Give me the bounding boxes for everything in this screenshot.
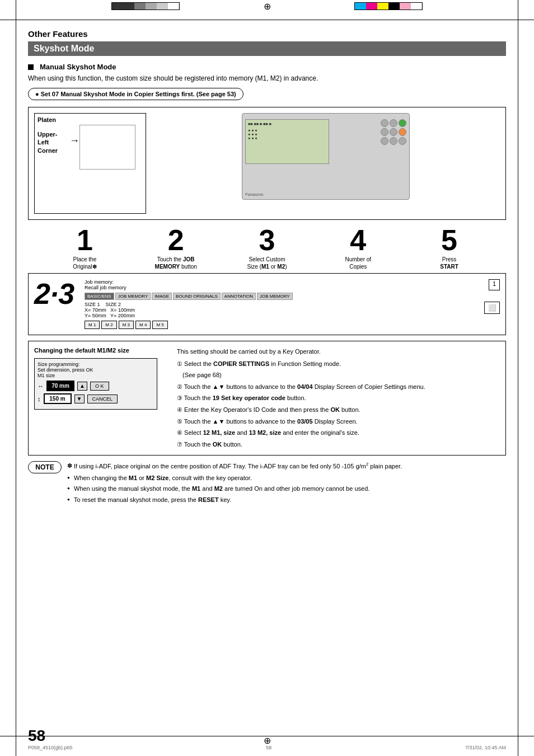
mem-btn-m5[interactable]: M 5 bbox=[152, 321, 167, 329]
upper-left-label: Upper- Left Corner bbox=[38, 130, 58, 154]
copy-counter: 1 bbox=[489, 279, 500, 290]
screen-tabs: BASIC/ENS JOB MEMORY IMAGE BOUND ORIGINA… bbox=[85, 293, 500, 300]
note-asterisk: If using i-ADF, place original on the ce… bbox=[67, 461, 402, 471]
y-input[interactable]: 150 m bbox=[44, 393, 72, 404]
tab-job-memory: JOB MEMORY bbox=[115, 293, 151, 300]
instruction-2: ② Touch the ▲▼ buttons to advance to the… bbox=[177, 382, 500, 392]
note-section: NOTE If using i-ADF, place original on t… bbox=[28, 461, 506, 506]
instruction-3: ③ Touch the 19 Set key operator code but… bbox=[177, 393, 500, 403]
device-buttons bbox=[381, 119, 406, 145]
screen-icon: ⬜ bbox=[484, 302, 500, 314]
bullet-icon bbox=[28, 64, 34, 70]
steps-container: Platen Upper- Left Corner → ■■ ■■ ■ ■■ ■… bbox=[28, 107, 506, 220]
instruction-7: ⑦ Touch the OK button. bbox=[177, 440, 500, 450]
step-5-block: 5 PressSTART bbox=[421, 226, 477, 270]
instruction-6: ⑥ Select 12 M1, size and 13 M2, size and… bbox=[177, 428, 500, 438]
mem-btn-m1[interactable]: M 1 bbox=[85, 321, 100, 329]
tab-annotation: ANNOTATION bbox=[222, 293, 256, 300]
step-2-desc: Touch the JOBMEMORY button bbox=[155, 256, 197, 270]
instruction-5: ⑤ Touch the ▲▼ buttons to advance to the… bbox=[177, 417, 500, 427]
dev-btn-6 bbox=[399, 128, 406, 136]
subsection-title: Manual Skyshot Mode bbox=[28, 63, 506, 71]
dev-btn-1 bbox=[381, 119, 388, 127]
ok-button[interactable]: O K bbox=[90, 382, 109, 391]
size-values: SIZE 1 SIZE 2 X= 70mm X= 100mm Y= 50mm Y… bbox=[85, 302, 135, 318]
dev-btn-3 bbox=[399, 119, 406, 127]
mem-btn-m2[interactable]: M 2 bbox=[101, 321, 116, 329]
footer-center: 58 bbox=[266, 745, 271, 750]
size-prog-header: Size programming: Set dimension, press O… bbox=[38, 361, 154, 378]
platen-label: Platen bbox=[38, 116, 56, 123]
mem-btn-m4[interactable]: M 4 bbox=[135, 321, 151, 329]
x-up-btn[interactable]: ▲ bbox=[77, 382, 87, 391]
settings-note-box: ● Set 07 Manual Skyshot Mode in Copier S… bbox=[28, 88, 243, 100]
section-header: Other Features bbox=[28, 29, 506, 39]
tab-bound: BOUND ORIGINALS bbox=[173, 293, 221, 300]
dev-btn-5 bbox=[390, 128, 397, 136]
footer-right: 7/31/02, 10:45 AM bbox=[465, 745, 506, 750]
grayscale-bar-left bbox=[111, 2, 180, 10]
dev-btn-8 bbox=[390, 137, 397, 145]
size-display: SIZE 1 SIZE 2 X= 70mm X= 100mm Y= 50mm Y… bbox=[85, 302, 500, 318]
note-content: If using i-ADF, place original on the ce… bbox=[67, 461, 402, 506]
step-3-desc: Select CustomSize (M1 or M2) bbox=[247, 256, 287, 270]
device-screen: ■■ ■■ ■ ■■ ■ ● ● ● ● ● ● ● ● ● bbox=[245, 119, 329, 164]
step-numbers-row: 1 Place the Original✽ 2 Touch the JOBMEM… bbox=[28, 226, 506, 270]
page-number: 58 bbox=[28, 727, 45, 745]
instruction-intro: This setting should be carried out by a … bbox=[177, 347, 500, 357]
screen-display-area: 2·3 Job memory: Recall job memory 1 BASI… bbox=[28, 273, 506, 335]
instruction-4: ④ Enter the Key Operator's ID Code and t… bbox=[177, 405, 500, 415]
dev-btn-9 bbox=[399, 137, 406, 145]
m1m2-instructions: This setting should be carried out by a … bbox=[177, 347, 500, 449]
note-bullet-2: When using the manual skyshot mode, the … bbox=[67, 484, 402, 494]
center-crosshair: ⊕ bbox=[264, 1, 271, 12]
section-title-bar: Skyshot Mode bbox=[28, 41, 506, 56]
instruction-1: ① Select the COPIER SETTINGS in Function… bbox=[177, 359, 500, 369]
note-bullet-3: To reset the manual skyshot mode, press … bbox=[67, 495, 402, 505]
size-prog-panel: Size programming: Set dimension, press O… bbox=[34, 358, 157, 410]
screen-panel-area: Job memory: Recall job memory 1 BASIC/EN… bbox=[85, 279, 500, 329]
footer: P058_4510(gb).p65 58 7/31/02, 10:45 AM bbox=[28, 745, 506, 750]
y-dimension-row: ↕ 150 m ▼ CANCEL bbox=[38, 393, 154, 404]
note-label: NOTE bbox=[28, 461, 62, 473]
vert-arrow-icon: ↕ bbox=[38, 396, 41, 402]
subsection-desc: When using this function, the custom siz… bbox=[28, 74, 506, 82]
mem-btn-m3[interactable]: M 3 bbox=[119, 321, 134, 329]
dev-btn-2 bbox=[390, 119, 397, 127]
dev-btn-4 bbox=[381, 128, 388, 136]
step-2-block: 2 Touch the JOBMEMORY button bbox=[148, 226, 204, 270]
step-4-desc: Number of Copies bbox=[345, 256, 371, 270]
memory-buttons: M 1 M 2 M 3 M 4 M 5 bbox=[85, 321, 500, 329]
step-3-block: 3 Select CustomSize (M1 or M2) bbox=[239, 226, 295, 270]
step-4-number: 4 bbox=[350, 226, 366, 255]
step-1-block: 1 Place the Original✽ bbox=[57, 226, 113, 270]
platen-diagram: Platen Upper- Left Corner → bbox=[34, 113, 146, 214]
cancel-button[interactable]: CANCEL bbox=[87, 395, 118, 403]
m1m2-title: Changing the default M1/M2 size bbox=[34, 347, 168, 354]
tab-job-memory-2: JOB MEMORY bbox=[257, 293, 293, 300]
step-1-number: 1 bbox=[77, 226, 93, 255]
step-1-desc: Place the Original✽ bbox=[73, 256, 96, 270]
instruction-1b: (See page 68) bbox=[177, 370, 500, 381]
x-dimension-row: ↔ 70 mm ▲ O K bbox=[38, 381, 154, 391]
step-2-number: 2 bbox=[168, 226, 184, 255]
m1m2-left: Changing the default M1/M2 size Size pro… bbox=[34, 347, 168, 449]
color-bar-right bbox=[354, 2, 423, 10]
arrow-indicator: → bbox=[69, 135, 79, 147]
m1m2-container: Changing the default M1/M2 size Size pro… bbox=[28, 341, 506, 456]
tab-image: IMAGE bbox=[152, 293, 172, 300]
brand-label: Panasonic bbox=[245, 192, 264, 196]
step-5-desc: PressSTART bbox=[440, 256, 458, 270]
device-image-area: ■■ ■■ ■ ■■ ■ ● ● ● ● ● ● ● ● ● bbox=[152, 113, 500, 214]
platen-inner bbox=[79, 125, 135, 170]
step-5-number: 5 bbox=[441, 226, 457, 255]
panel-header: Job memory: Recall job memory bbox=[85, 279, 127, 290]
step-4-block: 4 Number of Copies bbox=[330, 226, 386, 270]
tab-basic: BASIC/ENS bbox=[85, 293, 114, 300]
dev-btn-7 bbox=[381, 137, 388, 145]
footer-left: P058_4510(gb).p65 bbox=[28, 745, 73, 750]
y-down-btn[interactable]: ▼ bbox=[74, 395, 85, 403]
step-23-number: 2·3 bbox=[34, 279, 79, 308]
copier-device: ■■ ■■ ■ ■■ ■ ● ● ● ● ● ● ● ● ● bbox=[242, 113, 410, 200]
x-input[interactable]: 70 mm bbox=[46, 381, 74, 391]
